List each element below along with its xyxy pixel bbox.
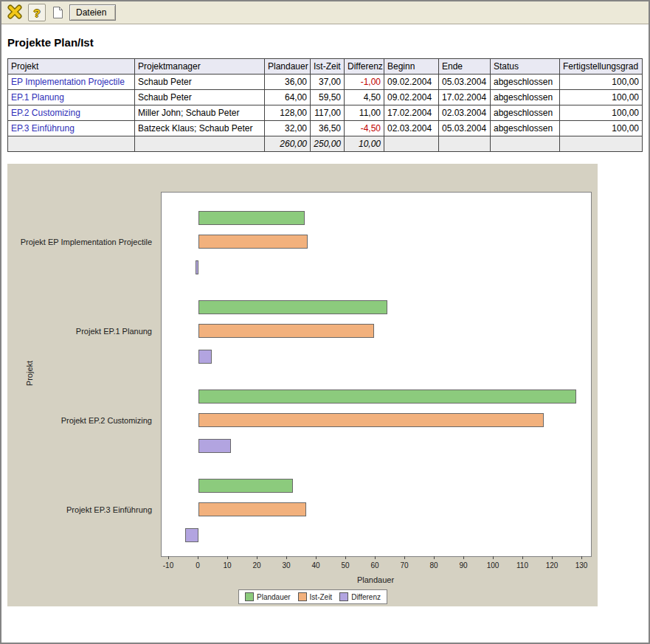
legend-swatch-differenz <box>339 592 348 601</box>
legend-item: Plandauer <box>245 592 291 601</box>
cell-differenz: -4,50 <box>345 121 384 136</box>
axis-tick-label: -10 <box>163 561 173 569</box>
chart-bar <box>198 324 374 338</box>
cell-projekt: EP.2 Customizing <box>8 105 135 121</box>
project-link[interactable]: EP Implementation Projectile <box>11 77 125 87</box>
cell-projektmanager: Miller John; Schaub Peter <box>135 105 265 121</box>
cell-ende: 02.03.2004 <box>439 105 491 121</box>
cell-differenz: 11,00 <box>345 105 384 121</box>
axis-tick-label: 80 <box>429 561 438 569</box>
cell-ist-zeit: 59,50 <box>311 90 345 105</box>
close-button[interactable] <box>6 4 24 21</box>
chart-bar <box>185 528 198 542</box>
app-window: ? Dateien Projekte Plan/Ist Projekt Proj… <box>0 0 650 644</box>
legend-swatch-plandauer <box>245 592 254 601</box>
projects-table: Projekt Projektmanager Plandauer Ist-Zei… <box>7 58 643 152</box>
table-row: EP.1 Planung Schaub Peter 64,00 59,50 4,… <box>8 90 643 105</box>
cell-empty <box>439 136 491 152</box>
axis-tick-label: 0 <box>196 561 200 569</box>
table-row: EP.3 Einführung Batzeck Klaus; Schaub Pe… <box>8 121 643 136</box>
legend-item: Ist-Zeit <box>298 592 333 601</box>
cell-empty <box>135 136 265 152</box>
chart-bar <box>198 300 387 314</box>
cell-status: abgeschlossen <box>491 75 560 90</box>
chart-category-label: Projekt EP.3 Einführung <box>66 505 152 514</box>
cell-fertigstellungsgrad: 100,00 <box>560 121 643 136</box>
axis-tick <box>493 556 494 559</box>
cell-projekt: EP.1 Planung <box>8 90 135 105</box>
legend-swatch-ist-zeit <box>298 592 307 601</box>
axis-tick <box>257 556 257 559</box>
cell-ende: 17.02.2004 <box>439 90 491 105</box>
cell-empty <box>491 136 560 152</box>
axis-tick-label: 10 <box>223 561 231 569</box>
cell-projektmanager: Batzeck Klaus; Schaub Peter <box>135 121 265 136</box>
chart-category-label: Projekt EP Implementation Projectile <box>21 238 152 246</box>
cell-empty <box>560 136 643 152</box>
cell-ende: 05.03.2004 <box>439 121 491 136</box>
cell-plandauer: 32,00 <box>265 121 311 136</box>
chart-panel: Projekt Projekt EP Implementation Projec… <box>7 164 598 606</box>
axis-tick-label: 60 <box>370 561 378 569</box>
col-header-fertigstellungsgrad: Fertigstellungsgrad <box>560 59 643 75</box>
axis-tick-label: 30 <box>282 561 290 569</box>
axis-tick <box>316 556 317 559</box>
col-header-ende: Ende <box>439 59 491 75</box>
axis-tick <box>286 556 287 559</box>
dateien-button-label: Dateien <box>76 7 106 18</box>
cell-beginn: 02.03.2004 <box>384 121 439 136</box>
help-icon: ? <box>33 7 40 18</box>
legend-label: Ist-Zeit <box>310 593 333 601</box>
table-header-row: Projekt Projektmanager Plandauer Ist-Zei… <box>8 59 643 75</box>
content-area: Projekte Plan/Ist Projekt Projektmanager… <box>1 36 649 606</box>
axis-tick-label: 100 <box>487 561 499 569</box>
cell-ist-zeit: 36,50 <box>311 121 345 136</box>
legend-label: Differenz <box>351 593 381 601</box>
cell-projekt: EP.3 Einführung <box>8 121 135 136</box>
axis-tick-label: 20 <box>252 561 260 569</box>
cell-beginn: 09.02.2004 <box>384 90 439 105</box>
cell-differenz: -1,00 <box>345 75 384 90</box>
chart-category-label: Projekt EP.1 Planung <box>76 327 152 336</box>
help-button[interactable]: ? <box>28 4 46 21</box>
chart-plot <box>161 192 592 557</box>
axis-tick <box>168 556 169 559</box>
document-icon <box>50 4 65 21</box>
cell-fertigstellungsgrad: 100,00 <box>560 90 643 105</box>
chart-bar <box>198 389 576 404</box>
toolbar: ? Dateien <box>1 1 649 24</box>
axis-tick <box>404 556 405 559</box>
col-header-projektmanager: Projektmanager <box>135 59 265 75</box>
axis-tick-label: 40 <box>311 561 319 569</box>
dateien-button[interactable]: Dateien <box>69 4 116 21</box>
cell-projektmanager: Schaub Peter <box>135 75 265 90</box>
cell-ende: 05.03.2004 <box>439 75 491 90</box>
axis-tick-label: 110 <box>516 561 528 569</box>
chart-legend: Plandauer Ist-Zeit Differenz <box>238 589 387 604</box>
cell-plandauer: 128,00 <box>265 105 311 121</box>
axis-tick-label: 130 <box>575 561 588 569</box>
project-link[interactable]: EP.3 Einführung <box>11 123 75 134</box>
project-link[interactable]: EP.1 Planung <box>11 92 64 103</box>
col-header-differenz: Differenz <box>345 59 384 75</box>
cell-total-differenz: 10,00 <box>345 136 384 152</box>
cell-differenz: 4,50 <box>345 90 384 105</box>
axis-tick <box>581 556 582 559</box>
chart-bar <box>198 235 308 249</box>
col-header-ist-zeit: Ist-Zeit <box>311 59 345 75</box>
chart-bar <box>198 211 305 225</box>
cell-beginn: 17.02.2004 <box>384 105 439 121</box>
chart-bar <box>198 479 293 493</box>
cell-fertigstellungsgrad: 100,00 <box>560 105 643 121</box>
project-link[interactable]: EP.2 Customizing <box>11 108 80 118</box>
axis-tick <box>345 556 346 559</box>
col-header-status: Status <box>491 59 560 75</box>
cell-fertigstellungsgrad: 100,00 <box>560 75 643 90</box>
table-totals-row: 260,00 250,00 10,00 <box>8 136 643 152</box>
cell-status: abgeschlossen <box>491 105 560 121</box>
table-row: EP Implementation Projectile Schaub Pete… <box>8 75 643 90</box>
close-icon <box>7 4 22 21</box>
chart-x-axis-label: Plandauer <box>357 575 394 584</box>
chart-bar <box>198 502 306 516</box>
cell-beginn: 09.02.2004 <box>384 75 439 90</box>
